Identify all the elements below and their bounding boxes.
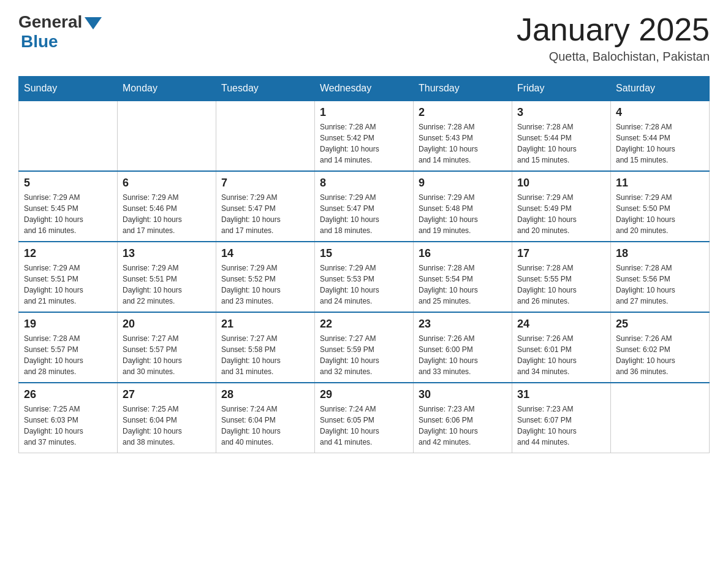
day-number: 11 [616, 177, 704, 190]
day-number: 27 [123, 388, 211, 401]
table-row: 28Sunrise: 7:24 AMSunset: 6:04 PMDayligh… [216, 383, 315, 453]
location-text: Quetta, Balochistan, Pakistan [517, 50, 710, 64]
table-row: 3Sunrise: 7:28 AMSunset: 5:44 PMDaylight… [512, 101, 611, 171]
day-info: Sunrise: 7:26 AMSunset: 6:02 PMDaylight:… [616, 333, 704, 377]
day-info: Sunrise: 7:24 AMSunset: 6:04 PMDaylight:… [221, 404, 309, 448]
table-row: 24Sunrise: 7:26 AMSunset: 6:01 PMDayligh… [512, 312, 611, 383]
table-row: 10Sunrise: 7:29 AMSunset: 5:49 PMDayligh… [512, 171, 611, 242]
table-row: 17Sunrise: 7:28 AMSunset: 5:55 PMDayligh… [512, 242, 611, 312]
table-row: 27Sunrise: 7:25 AMSunset: 6:04 PMDayligh… [118, 383, 216, 453]
title-block: January 2025 Quetta, Balochistan, Pakist… [517, 12, 710, 64]
day-info: Sunrise: 7:29 AMSunset: 5:51 PMDaylight:… [24, 262, 112, 307]
day-number: 24 [517, 318, 605, 331]
table-row: 12Sunrise: 7:29 AMSunset: 5:51 PMDayligh… [19, 242, 118, 312]
day-number: 29 [320, 388, 408, 401]
day-number: 25 [616, 318, 704, 331]
day-number: 7 [221, 177, 309, 190]
table-row [19, 101, 118, 171]
day-info: Sunrise: 7:28 AMSunset: 5:55 PMDaylight:… [517, 262, 605, 307]
day-info: Sunrise: 7:29 AMSunset: 5:53 PMDaylight:… [320, 262, 408, 307]
day-number: 6 [123, 177, 211, 190]
day-info: Sunrise: 7:28 AMSunset: 5:43 PMDaylight:… [419, 121, 507, 166]
day-number: 15 [320, 247, 408, 260]
day-number: 31 [517, 388, 605, 401]
table-row: 5Sunrise: 7:29 AMSunset: 5:45 PMDaylight… [19, 171, 118, 242]
col-wednesday: Wednesday [315, 77, 414, 101]
col-saturday: Saturday [611, 77, 710, 101]
table-row: 20Sunrise: 7:27 AMSunset: 5:57 PMDayligh… [118, 312, 216, 383]
day-number: 23 [419, 318, 507, 331]
col-friday: Friday [512, 77, 611, 101]
day-info: Sunrise: 7:27 AMSunset: 5:57 PMDaylight:… [123, 333, 211, 377]
table-row: 11Sunrise: 7:29 AMSunset: 5:50 PMDayligh… [611, 171, 710, 242]
col-thursday: Thursday [414, 77, 512, 101]
calendar-header-row: Sunday Monday Tuesday Wednesday Thursday… [19, 77, 710, 101]
day-info: Sunrise: 7:29 AMSunset: 5:46 PMDaylight:… [123, 192, 211, 236]
day-number: 2 [419, 106, 507, 119]
day-info: Sunrise: 7:29 AMSunset: 5:52 PMDaylight:… [221, 262, 309, 307]
day-number: 1 [320, 106, 408, 119]
table-row: 21Sunrise: 7:27 AMSunset: 5:58 PMDayligh… [216, 312, 315, 383]
table-row: 13Sunrise: 7:29 AMSunset: 5:51 PMDayligh… [118, 242, 216, 312]
table-row: 30Sunrise: 7:23 AMSunset: 6:06 PMDayligh… [414, 383, 512, 453]
day-info: Sunrise: 7:28 AMSunset: 5:44 PMDaylight:… [616, 121, 704, 166]
day-info: Sunrise: 7:23 AMSunset: 6:06 PMDaylight:… [419, 404, 507, 448]
day-info: Sunrise: 7:29 AMSunset: 5:45 PMDaylight:… [24, 192, 112, 236]
table-row: 1Sunrise: 7:28 AMSunset: 5:42 PMDaylight… [315, 101, 414, 171]
table-row: 9Sunrise: 7:29 AMSunset: 5:48 PMDaylight… [414, 171, 512, 242]
day-info: Sunrise: 7:29 AMSunset: 5:48 PMDaylight:… [419, 192, 507, 236]
calendar-week-row: 5Sunrise: 7:29 AMSunset: 5:45 PMDaylight… [19, 171, 710, 242]
day-info: Sunrise: 7:23 AMSunset: 6:07 PMDaylight:… [517, 404, 605, 448]
day-info: Sunrise: 7:29 AMSunset: 5:47 PMDaylight:… [320, 192, 408, 236]
day-info: Sunrise: 7:29 AMSunset: 5:50 PMDaylight:… [616, 192, 704, 236]
day-info: Sunrise: 7:28 AMSunset: 5:56 PMDaylight:… [616, 262, 704, 307]
table-row: 31Sunrise: 7:23 AMSunset: 6:07 PMDayligh… [512, 383, 611, 453]
day-info: Sunrise: 7:29 AMSunset: 5:51 PMDaylight:… [123, 262, 211, 307]
table-row: 7Sunrise: 7:29 AMSunset: 5:47 PMDaylight… [216, 171, 315, 242]
day-number: 26 [24, 388, 112, 401]
day-number: 4 [616, 106, 704, 119]
calendar-week-row: 26Sunrise: 7:25 AMSunset: 6:03 PMDayligh… [19, 383, 710, 453]
logo-triangle-icon [85, 17, 102, 29]
day-number: 30 [419, 388, 507, 401]
day-number: 20 [123, 318, 211, 331]
day-number: 19 [24, 318, 112, 331]
day-number: 17 [517, 247, 605, 260]
table-row: 18Sunrise: 7:28 AMSunset: 5:56 PMDayligh… [611, 242, 710, 312]
table-row: 15Sunrise: 7:29 AMSunset: 5:53 PMDayligh… [315, 242, 414, 312]
col-sunday: Sunday [19, 77, 118, 101]
table-row: 23Sunrise: 7:26 AMSunset: 6:00 PMDayligh… [414, 312, 512, 383]
day-info: Sunrise: 7:27 AMSunset: 5:59 PMDaylight:… [320, 333, 408, 377]
table-row: 19Sunrise: 7:28 AMSunset: 5:57 PMDayligh… [19, 312, 118, 383]
table-row: 4Sunrise: 7:28 AMSunset: 5:44 PMDaylight… [611, 101, 710, 171]
day-number: 13 [123, 247, 211, 260]
day-number: 22 [320, 318, 408, 331]
day-info: Sunrise: 7:26 AMSunset: 6:01 PMDaylight:… [517, 333, 605, 377]
table-row: 26Sunrise: 7:25 AMSunset: 6:03 PMDayligh… [19, 383, 118, 453]
day-number: 16 [419, 247, 507, 260]
day-number: 10 [517, 177, 605, 190]
day-number: 8 [320, 177, 408, 190]
table-row [611, 383, 710, 453]
day-info: Sunrise: 7:28 AMSunset: 5:42 PMDaylight:… [320, 121, 408, 166]
calendar-week-row: 19Sunrise: 7:28 AMSunset: 5:57 PMDayligh… [19, 312, 710, 383]
calendar-week-row: 1Sunrise: 7:28 AMSunset: 5:42 PMDaylight… [19, 101, 710, 171]
day-number: 9 [419, 177, 507, 190]
day-info: Sunrise: 7:28 AMSunset: 5:44 PMDaylight:… [517, 121, 605, 166]
logo-general-text: General [18, 12, 82, 32]
day-info: Sunrise: 7:28 AMSunset: 5:54 PMDaylight:… [419, 262, 507, 307]
day-number: 5 [24, 177, 112, 190]
table-row [118, 101, 216, 171]
day-number: 14 [221, 247, 309, 260]
table-row: 25Sunrise: 7:26 AMSunset: 6:02 PMDayligh… [611, 312, 710, 383]
day-info: Sunrise: 7:28 AMSunset: 5:57 PMDaylight:… [24, 333, 112, 377]
day-number: 3 [517, 106, 605, 119]
month-title: January 2025 [517, 12, 710, 47]
day-info: Sunrise: 7:25 AMSunset: 6:03 PMDaylight:… [24, 404, 112, 448]
day-info: Sunrise: 7:29 AMSunset: 5:47 PMDaylight:… [221, 192, 309, 236]
logo-blue-text: Blue [21, 32, 58, 52]
day-number: 12 [24, 247, 112, 260]
table-row: 2Sunrise: 7:28 AMSunset: 5:43 PMDaylight… [414, 101, 512, 171]
day-info: Sunrise: 7:24 AMSunset: 6:05 PMDaylight:… [320, 404, 408, 448]
table-row: 29Sunrise: 7:24 AMSunset: 6:05 PMDayligh… [315, 383, 414, 453]
